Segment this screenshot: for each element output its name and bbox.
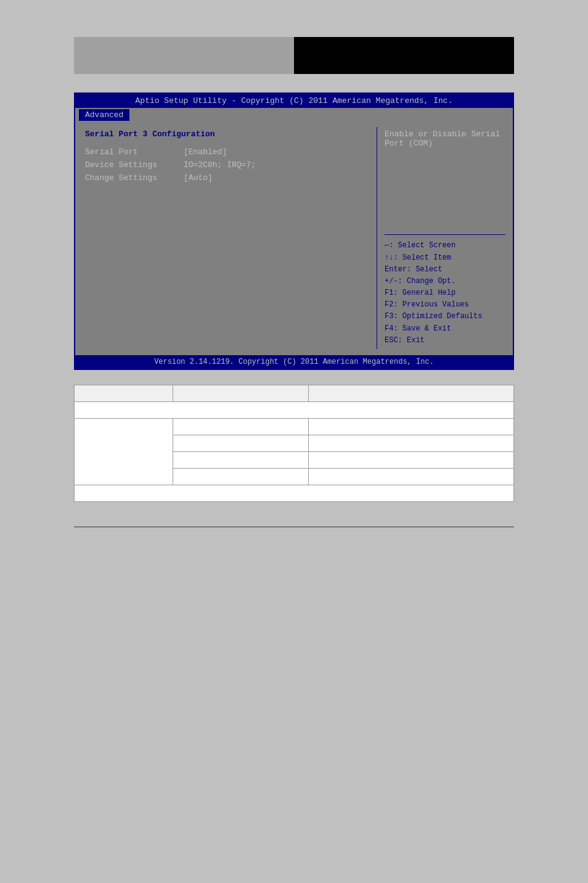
change-settings-row: Change Settings [Auto] <box>85 173 367 183</box>
table-footer-cell <box>75 485 514 502</box>
table-cell-c1-main <box>75 419 173 485</box>
bios-main-content: Serial Port 3 Configuration Serial Port … <box>75 121 513 355</box>
key-change-opt: +/-: Change Opt. <box>385 276 505 287</box>
table-header-c2 <box>173 385 309 402</box>
bios-screen: Aptio Setup Utility - Copyright (C) 2011… <box>74 92 514 370</box>
table-merged-row <box>75 402 514 419</box>
device-settings-row: Device Settings IO=2C0h; IRQ=7; <box>85 160 367 170</box>
header-right <box>294 37 514 74</box>
bottom-divider <box>74 527 514 527</box>
bios-help-text: Enable or Disable Serial Port (COM) <box>385 129 505 223</box>
bios-title-bar: Aptio Setup Utility - Copyright (C) 2011… <box>75 94 513 108</box>
serial-port-label: Serial Port <box>85 147 184 157</box>
bios-footer: Version 2.14.1219. Copyright (C) 2011 Am… <box>75 355 513 369</box>
bios-right-panel: Enable or Disable Serial Port (COM) ↔: S… <box>377 121 513 355</box>
bios-key-legend: ↔: Select Screen ↑↓: Select Item Enter: … <box>385 240 505 347</box>
key-optimized-defaults: F3: Optimized Defaults <box>385 311 505 322</box>
key-esc-exit: ESC: Exit <box>385 335 505 347</box>
serial-port-value: [Enabled] <box>184 147 227 157</box>
table-cell-r2-c2 <box>173 435 309 452</box>
table-merged-cell <box>75 402 514 419</box>
table-header-row <box>75 385 514 402</box>
table-cell-r3-c2 <box>173 452 309 469</box>
bios-section-title: Serial Port 3 Configuration <box>85 129 367 139</box>
info-table <box>74 385 514 502</box>
bios-hr <box>385 234 505 235</box>
table-cell-r2-c3 <box>309 435 514 452</box>
table-row <box>75 419 514 435</box>
table-cell-r3-c3 <box>309 452 514 469</box>
bios-footer-text: Version 2.14.1219. Copyright (C) 2011 Am… <box>154 358 434 366</box>
table-cell-r4-c2 <box>173 469 309 485</box>
table-footer-row <box>75 485 514 502</box>
table-header-c3 <box>309 385 514 402</box>
key-previous-values: F2: Previous Values <box>385 299 505 311</box>
key-select-item: ↑↓: Select Item <box>385 252 505 264</box>
table-cell-r1-c3 <box>309 419 514 435</box>
table-cell-r4-c3 <box>309 469 514 485</box>
top-header <box>74 37 514 74</box>
device-settings-label: Device Settings <box>85 160 184 170</box>
table-section <box>74 385 514 502</box>
key-general-help: F1: General Help <box>385 287 505 299</box>
key-select-screen: ↔: Select Screen <box>385 240 505 252</box>
bios-left-panel: Serial Port 3 Configuration Serial Port … <box>75 121 377 355</box>
key-enter-select: Enter: Select <box>385 264 505 276</box>
device-settings-value: IO=2C0h; IRQ=7; <box>184 160 256 170</box>
serial-port-row: Serial Port [Enabled] <box>85 147 367 157</box>
bios-title-text: Aptio Setup Utility - Copyright (C) 2011… <box>136 96 453 105</box>
change-settings-label: Change Settings <box>85 173 184 183</box>
header-left <box>74 37 294 74</box>
bios-tab-advanced[interactable]: Advanced <box>79 109 129 121</box>
key-save-exit: F4: Save & Exit <box>385 323 505 335</box>
change-settings-value: [Auto] <box>184 173 213 183</box>
bios-tabbar: Advanced <box>75 108 513 121</box>
table-header-c1 <box>75 385 173 402</box>
table-cell-r1-c2 <box>173 419 309 435</box>
